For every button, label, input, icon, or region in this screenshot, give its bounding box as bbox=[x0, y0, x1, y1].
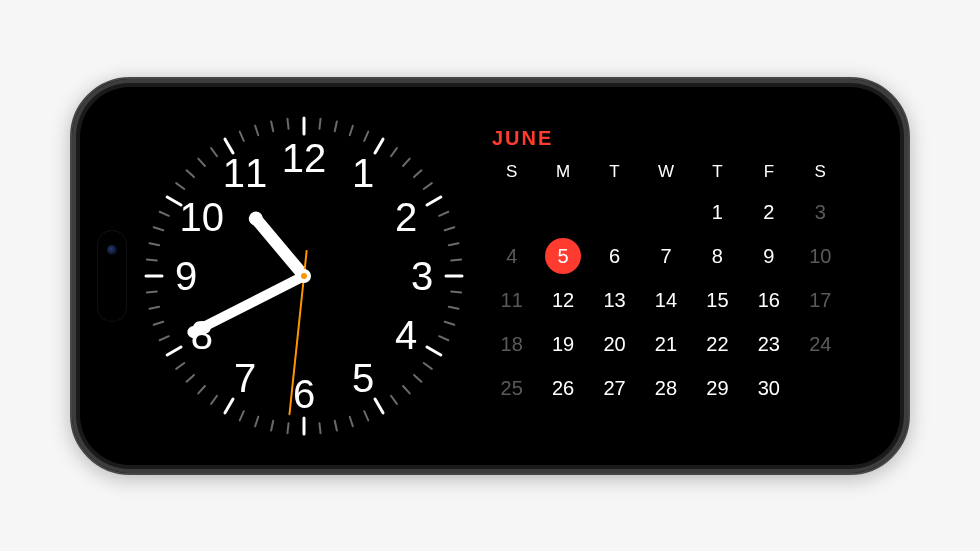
calendar-day-number: 18 bbox=[494, 326, 530, 362]
calendar-day[interactable]: 30 bbox=[743, 366, 794, 410]
clock-numeral: 12 bbox=[282, 138, 327, 178]
svg-line-12 bbox=[445, 227, 455, 230]
calendar-day[interactable]: 1 bbox=[692, 190, 743, 234]
svg-line-53 bbox=[198, 158, 205, 165]
calendar-day-number: 11 bbox=[494, 282, 530, 318]
calendar-day-number: 13 bbox=[597, 282, 633, 318]
clock-widget[interactable]: 121234567891011 bbox=[144, 116, 464, 436]
calendar-day[interactable]: 21 bbox=[640, 322, 691, 366]
calendar-day-number: 9 bbox=[751, 238, 787, 274]
calendar-day[interactable]: 28 bbox=[640, 366, 691, 410]
calendar-day-number: 27 bbox=[597, 370, 633, 406]
clock-numeral: 10 bbox=[180, 197, 225, 237]
svg-line-22 bbox=[414, 375, 421, 382]
calendar-day[interactable]: 4 bbox=[486, 234, 537, 278]
volume-button bbox=[302, 473, 362, 475]
calendar-day-number: 10 bbox=[802, 238, 838, 274]
analog-clock-face: 121234567891011 bbox=[144, 116, 464, 436]
calendar-day[interactable]: 17 bbox=[795, 278, 846, 322]
calendar-day-number: 26 bbox=[545, 370, 581, 406]
side-button bbox=[332, 77, 402, 79]
calendar-day[interactable]: 18 bbox=[486, 322, 537, 366]
svg-line-1 bbox=[319, 118, 320, 128]
calendar-day[interactable]: 26 bbox=[537, 366, 588, 410]
dynamic-island bbox=[98, 231, 126, 321]
calendar-day-number: 22 bbox=[699, 326, 735, 362]
calendar-day[interactable]: 15 bbox=[692, 278, 743, 322]
calendar-day-number: 19 bbox=[545, 326, 581, 362]
standby-screen[interactable]: 121234567891011 JUNE SMTWTFS 12345678910… bbox=[84, 91, 896, 461]
calendar-day[interactable]: 20 bbox=[589, 322, 640, 366]
calendar-day[interactable]: 8 bbox=[692, 234, 743, 278]
calendar-dow: W bbox=[640, 162, 691, 182]
calendar-widget[interactable]: JUNE SMTWTFS 123456789101112131415161718… bbox=[486, 127, 846, 410]
calendar-day-number: 20 bbox=[597, 326, 633, 362]
svg-line-9 bbox=[424, 183, 432, 189]
mute-switch bbox=[242, 473, 278, 475]
calendar-day[interactable]: 2 bbox=[743, 190, 794, 234]
calendar-day[interactable]: 11 bbox=[486, 278, 537, 322]
svg-line-41 bbox=[160, 336, 169, 340]
svg-line-6 bbox=[391, 148, 397, 156]
clock-numeral: 8 bbox=[191, 315, 213, 355]
svg-line-18 bbox=[445, 321, 455, 324]
calendar-day[interactable]: 23 bbox=[743, 322, 794, 366]
calendar-day-number: 29 bbox=[699, 370, 735, 406]
calendar-day-number: 3 bbox=[802, 194, 838, 230]
calendar-day-number: 12 bbox=[545, 282, 581, 318]
calendar-day bbox=[795, 366, 846, 410]
svg-line-31 bbox=[287, 423, 288, 433]
calendar-day[interactable]: 10 bbox=[795, 234, 846, 278]
calendar-day[interactable]: 14 bbox=[640, 278, 691, 322]
calendar-dow: S bbox=[486, 162, 537, 182]
side-button bbox=[417, 77, 457, 79]
calendar-day[interactable]: 12 bbox=[537, 278, 588, 322]
svg-line-14 bbox=[451, 259, 461, 260]
calendar-week-row: 252627282930 bbox=[486, 366, 846, 410]
calendar-day[interactable]: 22 bbox=[692, 322, 743, 366]
calendar-day[interactable]: 19 bbox=[537, 322, 588, 366]
calendar-day-number: 28 bbox=[648, 370, 684, 406]
calendar-week-row: 123 bbox=[486, 190, 846, 234]
clock-numeral: 2 bbox=[395, 197, 417, 237]
svg-line-33 bbox=[255, 416, 258, 426]
clock-numeral: 5 bbox=[352, 358, 374, 398]
svg-line-11 bbox=[439, 211, 448, 215]
svg-line-37 bbox=[198, 385, 205, 392]
calendar-month-label: JUNE bbox=[492, 127, 846, 150]
calendar-day[interactable]: 29 bbox=[692, 366, 743, 410]
calendar-day[interactable]: 16 bbox=[743, 278, 794, 322]
calendar-day[interactable]: 6 bbox=[589, 234, 640, 278]
svg-line-57 bbox=[255, 125, 258, 135]
calendar-day[interactable]: 13 bbox=[589, 278, 640, 322]
calendar-day-number: 16 bbox=[751, 282, 787, 318]
svg-line-13 bbox=[449, 243, 459, 245]
svg-line-47 bbox=[149, 243, 159, 245]
svg-line-59 bbox=[287, 118, 288, 128]
calendar-day-today[interactable]: 5 bbox=[537, 234, 588, 278]
calendar-day-number: 15 bbox=[699, 282, 735, 318]
svg-line-2 bbox=[335, 121, 337, 131]
calendar-day[interactable]: 27 bbox=[589, 366, 640, 410]
calendar-day[interactable]: 25 bbox=[486, 366, 537, 410]
calendar-day-number: 17 bbox=[802, 282, 838, 318]
volume-button bbox=[377, 473, 437, 475]
calendar-day-number: 2 bbox=[751, 194, 787, 230]
svg-line-5 bbox=[375, 139, 383, 153]
calendar-day bbox=[640, 190, 691, 234]
svg-line-38 bbox=[187, 375, 194, 382]
calendar-day[interactable]: 24 bbox=[795, 322, 846, 366]
svg-line-42 bbox=[154, 321, 164, 324]
calendar-day[interactable]: 3 bbox=[795, 190, 846, 234]
svg-line-56 bbox=[240, 131, 244, 140]
calendar-day[interactable]: 9 bbox=[743, 234, 794, 278]
svg-line-35 bbox=[225, 398, 233, 412]
svg-line-44 bbox=[147, 291, 157, 292]
calendar-day-number: 30 bbox=[751, 370, 787, 406]
calendar-day[interactable]: 7 bbox=[640, 234, 691, 278]
calendar-day-number: 23 bbox=[751, 326, 787, 362]
svg-line-19 bbox=[439, 336, 448, 340]
svg-line-51 bbox=[176, 183, 184, 189]
calendar-day-number: 25 bbox=[494, 370, 530, 406]
calendar-day-number: 5 bbox=[545, 238, 581, 274]
